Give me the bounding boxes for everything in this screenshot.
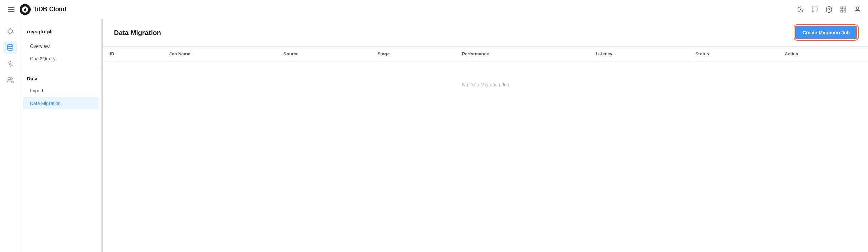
col-header-action: Action: [778, 47, 868, 61]
empty-state-row: No Data Migration Job: [103, 61, 868, 108]
svg-rect-4: [841, 7, 843, 9]
user-icon[interactable]: [854, 6, 861, 13]
svg-point-9: [7, 45, 13, 47]
main-layout: mysqlrepli Overview Chat2Query Data Impo…: [0, 19, 868, 252]
col-header-job-name: Job Name: [162, 47, 277, 61]
main-content: Data Migration Create Migration Job ID J…: [103, 19, 868, 252]
col-header-performance: Performance: [455, 47, 589, 61]
brand: ti TiDB Cloud: [20, 4, 66, 15]
create-migration-job-button[interactable]: Create Migration Job: [795, 26, 857, 39]
nav-section-data: Data: [20, 71, 101, 84]
cluster-name: mysqlrepli: [20, 26, 101, 40]
col-header-latency: Latency: [589, 47, 689, 61]
sidebar-icon-rocket[interactable]: [3, 24, 17, 38]
menu-icon[interactable]: [7, 6, 16, 13]
migration-table: ID Job Name Source Stage Performance Lat…: [103, 47, 868, 108]
sidebar-icon-database[interactable]: [3, 41, 17, 54]
topbar-left: ti TiDB Cloud: [7, 4, 66, 15]
svg-rect-6: [844, 10, 846, 12]
moon-icon[interactable]: [797, 6, 804, 13]
svg-point-11: [8, 78, 11, 80]
sidebar-icon-team[interactable]: [3, 73, 17, 87]
help-icon[interactable]: [825, 6, 833, 13]
icon-sidebar: [0, 19, 20, 252]
sidebar-item-chat2query[interactable]: Chat2Query: [23, 53, 99, 65]
sidebar-item-overview[interactable]: Overview: [23, 40, 99, 52]
sidebar-item-import[interactable]: Import: [23, 85, 99, 97]
svg-text:ti: ti: [24, 8, 26, 12]
brand-logo: ti: [20, 4, 31, 15]
content-header: Data Migration Create Migration Job: [103, 19, 868, 47]
svg-rect-7: [841, 10, 843, 12]
svg-rect-5: [844, 7, 846, 9]
table-container: ID Job Name Source Stage Performance Lat…: [103, 47, 868, 252]
empty-state-message: No Data Migration Job: [103, 61, 868, 108]
sidebar-icon-connect[interactable]: [3, 57, 17, 71]
brand-name: TiDB Cloud: [33, 6, 66, 13]
grid-icon[interactable]: [840, 6, 847, 13]
nav-sidebar: mysqlrepli Overview Chat2Query Data Impo…: [20, 19, 102, 252]
table-header-row: ID Job Name Source Stage Performance Lat…: [103, 47, 868, 61]
topbar-right: [797, 6, 861, 13]
col-header-stage: Stage: [371, 47, 455, 61]
svg-point-10: [9, 63, 11, 65]
topbar: ti TiDB Cloud: [0, 0, 868, 19]
nav-divider: [20, 68, 101, 68]
col-header-status: Status: [689, 47, 778, 61]
chat-icon[interactable]: [811, 6, 818, 13]
sidebar-item-data-migration[interactable]: Data Migration: [23, 97, 99, 109]
col-header-id: ID: [103, 47, 162, 61]
svg-point-8: [856, 7, 859, 9]
page-title: Data Migration: [114, 29, 161, 37]
col-header-source: Source: [277, 47, 371, 61]
tidb-logo-svg: ti: [22, 6, 28, 13]
